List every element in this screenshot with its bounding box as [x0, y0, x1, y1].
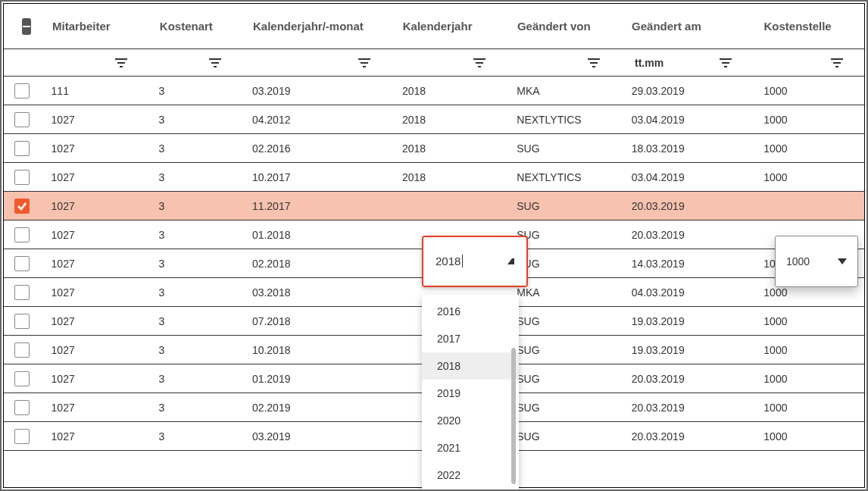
cell-kostenstelle: 1000: [753, 163, 864, 191]
row-checkbox[interactable]: [14, 400, 30, 415]
filter-row: tt.mm: [4, 49, 864, 77]
row-checkbox[interactable]: [14, 314, 30, 329]
cell-mitarbeiter: 111: [41, 77, 148, 105]
cell-kalenderjahr: 2018: [392, 163, 506, 191]
cell-mitarbeiter: 1027: [41, 336, 148, 364]
chevron-down-icon[interactable]: [838, 258, 847, 264]
cell-kalenderjahr: 2018: [392, 134, 506, 162]
table-row[interactable]: 1027310.20172018NEXTLYTICS03.04.20191000: [4, 163, 864, 192]
filter-icon[interactable]: [588, 56, 600, 70]
cell-kostenart: 3: [148, 336, 242, 364]
year-option[interactable]: 2021: [422, 434, 519, 461]
row-checkbox[interactable]: [14, 342, 30, 358]
cell-kostenart: 3: [148, 105, 242, 133]
cell-kostenart: 3: [148, 364, 242, 392]
cell-kalenderjahr-monat: 10.2017: [242, 163, 392, 191]
table-row[interactable]: 1027304.20122018NEXTLYTICS03.04.20191000: [4, 105, 864, 134]
cell-kostenart: 3: [148, 249, 242, 277]
row-checkbox[interactable]: [14, 256, 30, 271]
chevron-up-icon[interactable]: [507, 258, 514, 264]
cell-kostenart: 3: [148, 163, 242, 191]
cell-kalenderjahr-monat: 03.2018: [242, 278, 392, 306]
table-row[interactable]: 1027302.20162018SUG18.03.20191000: [4, 134, 864, 163]
row-checkbox[interactable]: [14, 199, 30, 214]
cell-kalenderjahr-monat: 02.2016: [242, 134, 392, 162]
filter-date-input[interactable]: tt.mm: [632, 57, 677, 69]
table-row[interactable]: 1027311.2017SUG20.03.2019: [4, 192, 864, 220]
header-geaendert-von[interactable]: Geändert von: [507, 4, 621, 48]
year-option[interactable]: 2017: [422, 325, 519, 352]
cell-kalenderjahr-monat: 11.2017: [242, 192, 392, 220]
svg-rect-0: [23, 26, 30, 27]
year-dropdown[interactable]: 2018 2016201720182019202020212022: [422, 236, 528, 287]
kostenstelle-dropdown[interactable]: 1000: [775, 236, 858, 287]
scrollbar[interactable]: [511, 348, 516, 484]
cell-mitarbeiter: 1027: [41, 307, 148, 335]
year-dropdown-list: 2016201720182019202020212022: [422, 295, 519, 491]
cell-geaendert-von: NEXTLYTICS: [506, 105, 620, 133]
cell-kostenart: 3: [148, 77, 242, 105]
row-checkbox[interactable]: [14, 227, 30, 242]
filter-icon[interactable]: [209, 56, 221, 70]
cell-geaendert-am: 29.03.2019: [621, 77, 754, 105]
row-checkbox[interactable]: [14, 112, 30, 127]
header-geaendert-am[interactable]: Geändert am: [621, 4, 753, 48]
cell-kostenstelle: 1000: [753, 77, 864, 105]
cell-mitarbeiter: 1027: [41, 249, 148, 277]
header-kostenstelle[interactable]: Kostenstelle: [754, 4, 864, 48]
row-checkbox[interactable]: [14, 141, 30, 156]
cell-geaendert-am: 18.03.2019: [621, 134, 754, 162]
header-mitarbeiter[interactable]: Mitarbeiter: [42, 4, 149, 48]
cell-kostenstelle: 1000: [753, 393, 864, 421]
cell-geaendert-am: 04.03.2019: [621, 278, 754, 306]
year-dropdown-value[interactable]: 2018: [436, 255, 463, 267]
cell-geaendert-von: SUG: [506, 393, 620, 421]
filter-icon[interactable]: [115, 56, 127, 70]
year-option[interactable]: 2020: [422, 407, 519, 434]
year-option[interactable]: 2022: [422, 461, 519, 489]
cell-geaendert-von: MKA: [506, 77, 620, 105]
cell-geaendert-am: 19.03.2019: [621, 307, 754, 335]
cell-kalenderjahr-monat: 10.2018: [242, 336, 392, 364]
cell-geaendert-von: SUG: [506, 336, 620, 364]
cell-kostenart: 3: [148, 393, 242, 421]
cell-mitarbeiter: 1027: [41, 422, 148, 450]
cell-geaendert-am: 20.03.2019: [621, 192, 754, 220]
cell-kostenstelle: 1000: [753, 134, 864, 162]
row-checkbox[interactable]: [14, 429, 30, 444]
table-row[interactable]: 111303.20192018MKA29.03.20191000: [4, 77, 864, 105]
cell-kalenderjahr: [392, 192, 506, 220]
cell-mitarbeiter: 1027: [41, 278, 148, 306]
cell-mitarbeiter: 1027: [41, 163, 148, 191]
cell-mitarbeiter: 1027: [41, 105, 148, 133]
row-checkbox[interactable]: [14, 371, 30, 386]
cell-geaendert-von: SUG: [506, 192, 620, 220]
select-all-checkbox[interactable]: [22, 18, 31, 35]
cell-geaendert-am: 03.04.2019: [621, 163, 754, 191]
cell-geaendert-am: 20.03.2019: [621, 422, 754, 450]
cell-mitarbeiter: 1027: [41, 192, 148, 220]
year-option[interactable]: 2019: [422, 380, 519, 407]
cell-kostenart: 3: [148, 192, 242, 220]
cell-kostenstelle: 1000: [753, 336, 864, 364]
cell-kostenstelle: 1000: [753, 422, 864, 450]
header-kostenart[interactable]: Kostenart: [149, 4, 242, 48]
filter-icon[interactable]: [358, 56, 370, 70]
row-checkbox[interactable]: [14, 83, 30, 99]
header-kalenderjahr-monat[interactable]: Kalenderjahr/-monat: [242, 4, 392, 48]
cell-geaendert-von: SUG: [506, 364, 620, 392]
kostenstelle-dropdown-value: 1000: [786, 255, 810, 267]
filter-icon[interactable]: [720, 56, 732, 70]
year-option[interactable]: 2018: [422, 352, 519, 380]
row-checkbox[interactable]: [14, 170, 30, 185]
cell-kostenstelle: 1000: [753, 307, 864, 335]
cell-kostenstelle: 1000: [753, 105, 864, 133]
cell-kostenart: 3: [148, 278, 242, 306]
cell-kalenderjahr-monat: 01.2018: [242, 220, 392, 249]
filter-icon[interactable]: [831, 56, 843, 70]
row-checkbox[interactable]: [14, 285, 30, 300]
cell-geaendert-am: 19.03.2019: [621, 336, 754, 364]
filter-icon[interactable]: [473, 56, 486, 70]
header-kalenderjahr[interactable]: Kalenderjahr: [392, 4, 507, 48]
year-option[interactable]: 2016: [422, 298, 519, 325]
